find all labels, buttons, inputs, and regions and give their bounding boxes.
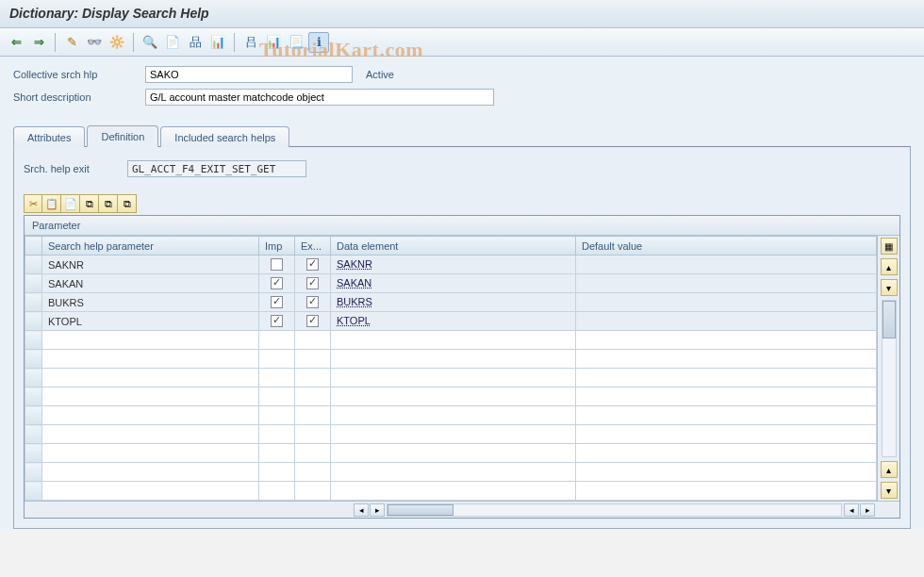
cell-imp[interactable] (259, 274, 295, 293)
checkbox-icon[interactable] (306, 277, 319, 289)
cell-imp[interactable] (259, 444, 295, 463)
cell-imp[interactable] (259, 350, 295, 369)
cell-default[interactable] (576, 350, 877, 369)
delete-row-button[interactable]: ⧉ (99, 194, 118, 213)
row-selector[interactable] (25, 331, 42, 350)
checkbox-icon[interactable] (271, 296, 283, 308)
exit-value[interactable] (127, 160, 306, 177)
row-selector[interactable] (25, 369, 42, 387)
checkbox-icon[interactable] (271, 258, 283, 271)
row-selector[interactable] (25, 482, 42, 501)
checkbox-icon[interactable] (306, 258, 319, 271)
cell-param[interactable] (42, 463, 259, 482)
tab-included[interactable]: Included search helps (160, 126, 289, 147)
cut-button[interactable]: ✂ (24, 194, 42, 213)
vertical-scroll-thumb[interactable] (883, 301, 896, 338)
scroll-down2-button[interactable]: ▾ (881, 482, 898, 499)
cell-elem[interactable] (331, 482, 576, 501)
cell-exp[interactable] (295, 369, 331, 387)
cell-param[interactable]: BUKRS (42, 293, 259, 312)
insert-row-button[interactable]: ⧉ (80, 194, 99, 213)
col-default[interactable]: Default value (576, 237, 877, 256)
col-exp[interactable]: Ex... (295, 237, 331, 256)
row-selector[interactable] (25, 387, 42, 406)
glasses-button[interactable]: 👓 (84, 32, 105, 53)
vertical-scrollbar[interactable] (882, 300, 897, 457)
cell-param[interactable] (42, 406, 259, 425)
cell-param[interactable]: KTOPL (42, 312, 259, 331)
cell-exp[interactable] (295, 425, 331, 444)
row-selector[interactable] (25, 312, 42, 331)
cell-imp[interactable] (259, 331, 295, 350)
cell-default[interactable] (576, 463, 877, 482)
cell-imp[interactable] (259, 406, 295, 425)
help-button[interactable]: ℹ (308, 32, 329, 53)
checkbox-icon[interactable] (271, 277, 283, 289)
hscroll-left2[interactable]: ◂ (844, 503, 859, 517)
checkbox-icon[interactable] (271, 315, 283, 327)
cell-elem[interactable] (331, 369, 576, 387)
cell-imp[interactable] (259, 293, 295, 312)
checkbox-icon[interactable] (306, 315, 319, 327)
cell-elem[interactable] (331, 387, 576, 406)
hscroll-left1[interactable]: ◂ (354, 503, 369, 517)
cell-elem[interactable]: BUKRS (331, 293, 576, 312)
scroll-up-button[interactable]: ▴ (881, 258, 898, 275)
cell-imp[interactable] (259, 425, 295, 444)
cell-param[interactable] (42, 369, 259, 387)
copy-button[interactable]: 📋 (42, 194, 61, 213)
col-imp[interactable]: Imp (259, 237, 295, 256)
cell-elem[interactable] (331, 444, 576, 463)
cell-imp[interactable] (259, 482, 295, 501)
cell-imp[interactable] (259, 312, 295, 331)
cell-default[interactable] (576, 482, 877, 501)
cell-param[interactable]: SAKAN (42, 274, 259, 293)
horizontal-scrollbar[interactable] (387, 503, 842, 517)
cell-param[interactable]: SAKNR (42, 256, 259, 274)
activate-button[interactable]: 🔆 (107, 32, 127, 53)
collective-value[interactable] (145, 66, 353, 83)
cell-param[interactable] (42, 350, 259, 369)
cell-imp[interactable] (259, 387, 295, 406)
cell-exp[interactable] (295, 406, 331, 425)
cell-imp[interactable] (259, 256, 295, 274)
print-button[interactable]: 📊 (263, 32, 284, 53)
cell-elem[interactable] (331, 331, 576, 350)
row-selector[interactable] (25, 293, 42, 312)
forward-button[interactable]: ⇒ (28, 32, 49, 53)
cell-elem[interactable]: SAKAN (331, 274, 576, 293)
row-selector[interactable] (25, 406, 42, 425)
row-selector[interactable] (25, 425, 42, 444)
cell-exp[interactable] (295, 331, 331, 350)
cell-elem[interactable] (331, 406, 576, 425)
back-button[interactable]: ⇐ (6, 32, 26, 53)
cell-default[interactable] (576, 387, 877, 406)
where-used-button[interactable]: 🔍 (140, 32, 160, 53)
row-selector[interactable] (25, 444, 42, 463)
cell-exp[interactable] (295, 482, 331, 501)
cell-param[interactable] (42, 425, 259, 444)
cell-default[interactable] (576, 369, 877, 387)
cell-exp[interactable] (295, 463, 331, 482)
grid-settings-button[interactable]: ▦ (881, 238, 898, 255)
tab-attributes[interactable]: Attributes (13, 126, 85, 147)
scroll-down-button[interactable]: ▾ (881, 279, 898, 296)
cell-elem[interactable] (331, 350, 576, 369)
cell-elem[interactable] (331, 463, 576, 482)
cell-default[interactable] (576, 406, 877, 425)
cell-exp[interactable] (295, 274, 331, 293)
cell-exp[interactable] (295, 312, 331, 331)
cell-default[interactable] (576, 312, 877, 331)
cell-default[interactable] (576, 293, 877, 312)
cell-default[interactable] (576, 331, 877, 350)
shortdesc-value[interactable] (145, 89, 494, 106)
cell-elem[interactable]: SAKNR (331, 256, 576, 274)
cell-param[interactable] (42, 482, 259, 501)
cell-param[interactable] (42, 387, 259, 406)
cell-default[interactable] (576, 444, 877, 463)
hscroll-right2[interactable]: ▸ (860, 503, 875, 517)
hscroll-right1[interactable]: ▸ (370, 503, 385, 517)
display-change-button[interactable]: ✎ (61, 32, 82, 53)
cell-exp[interactable] (295, 387, 331, 406)
doc-button[interactable]: 📃 (286, 32, 306, 53)
